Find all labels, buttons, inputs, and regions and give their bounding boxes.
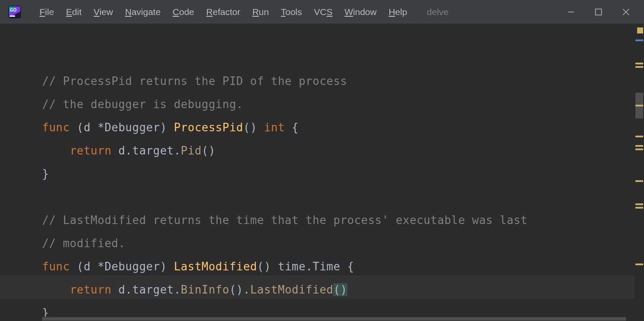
scroll-marker[interactable] — [635, 66, 643, 68]
scroll-marker[interactable] — [637, 27, 643, 33]
scroll-marker[interactable] — [635, 39, 643, 41]
code-area[interactable]: // ProcessPid returns the PID of the pro… — [0, 24, 635, 317]
menu-View[interactable]: View — [88, 4, 119, 20]
menu-items: FileEditViewNavigateCodeRefactorRunTools… — [33, 4, 413, 20]
scroll-marker[interactable] — [635, 105, 643, 106]
scroll-marker[interactable] — [635, 207, 643, 209]
scroll-marker[interactable] — [635, 180, 643, 182]
menu-Tools[interactable]: Tools — [275, 4, 308, 20]
horizontal-scroll-thumb[interactable] — [42, 317, 626, 321]
menu-Code[interactable]: Code — [167, 4, 200, 20]
project-name: delve — [427, 7, 448, 17]
menubar: GO FileEditViewNavigateCodeRefactorRunTo… — [0, 0, 644, 24]
code-editor[interactable]: // ProcessPid returns the PID of the pro… — [0, 24, 635, 317]
svg-rect-2 — [10, 15, 15, 17]
vertical-scrollbar[interactable] — [635, 24, 644, 317]
menu-VCS[interactable]: VCS — [308, 4, 338, 20]
menu-Window[interactable]: Window — [338, 4, 383, 20]
menu-Help[interactable]: Help — [383, 4, 413, 20]
scroll-marker[interactable] — [635, 63, 643, 64]
maximize-button[interactable] — [585, 0, 612, 24]
menu-File[interactable]: File — [33, 4, 60, 20]
window-controls — [557, 0, 640, 24]
goland-app-icon: GO — [8, 5, 21, 19]
menu-Edit[interactable]: Edit — [60, 4, 88, 20]
minimize-button[interactable] — [557, 0, 585, 24]
close-button[interactable] — [612, 0, 640, 24]
scroll-marker[interactable] — [635, 263, 643, 265]
svg-rect-4 — [595, 9, 601, 15]
scroll-marker[interactable] — [635, 203, 643, 205]
scroll-marker[interactable] — [635, 148, 643, 150]
menu-Navigate[interactable]: Navigate — [119, 4, 167, 20]
svg-text:GO: GO — [10, 8, 17, 12]
menu-Refactor[interactable]: Refactor — [200, 4, 246, 20]
menu-Run[interactable]: Run — [246, 4, 275, 20]
scroll-marker[interactable] — [635, 145, 643, 147]
horizontal-scrollbar[interactable] — [0, 317, 635, 321]
scroll-marker[interactable] — [635, 136, 643, 137]
